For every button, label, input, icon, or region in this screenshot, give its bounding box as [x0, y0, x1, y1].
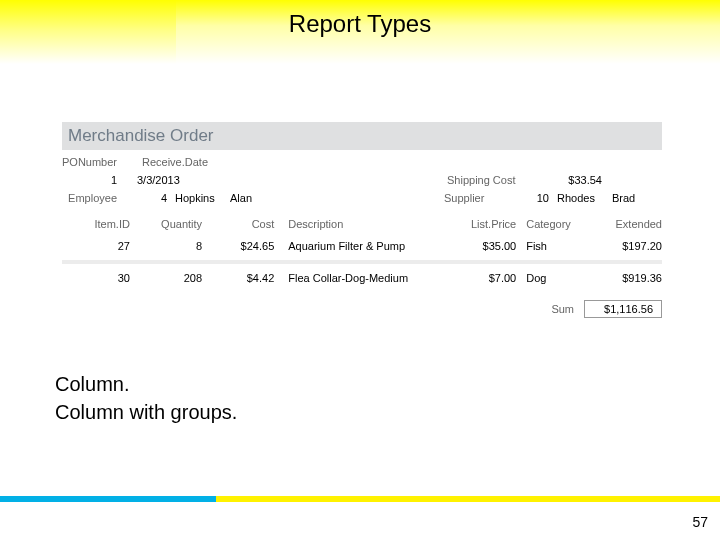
value-supplier-id: 10 [499, 192, 549, 204]
cell-ext: $919.36 [594, 272, 662, 284]
cell-cost: $4.42 [216, 272, 288, 284]
cell-item: 30 [62, 272, 144, 284]
col-desc: Description [288, 218, 443, 230]
bullet-area: Column. Column with groups. [55, 370, 237, 426]
label-shipping-cost: Shipping Cost [447, 174, 532, 186]
cell-item: 27 [62, 240, 144, 252]
col-cost: Cost [216, 218, 288, 230]
cell-cost: $24.65 [216, 240, 288, 252]
cell-desc: Aquarium Filter & Pump [288, 240, 443, 252]
col-item: Item.ID [62, 218, 144, 230]
col-list: List.Price [443, 218, 526, 230]
col-qty: Quantity [144, 218, 216, 230]
table-headers: Item.ID Quantity Cost Description List.P… [62, 210, 662, 234]
footer-accent-bar [0, 496, 720, 502]
report-example: Merchandise Order PONumber Receive.Date … [62, 122, 662, 318]
col-ext: Extended [594, 218, 662, 230]
cell-qty: 8 [144, 240, 216, 252]
cell-ext: $197.20 [594, 240, 662, 252]
cell-list: $7.00 [443, 272, 526, 284]
bullet-line: Column with groups. [55, 398, 237, 426]
value-shipping-cost: $33.54 [532, 174, 602, 186]
value-receive-date: 3/3/2013 [137, 174, 222, 186]
sum-value: $1,116.56 [584, 300, 662, 318]
table-row: 27 8 $24.65 Aquarium Filter & Pump $35.0… [62, 234, 662, 258]
cell-qty: 208 [144, 272, 216, 284]
cell-list: $35.00 [443, 240, 526, 252]
value-ponumber: 1 [62, 174, 117, 186]
label-receive-date: Receive.Date [142, 156, 227, 168]
bullet-line: Column. [55, 370, 237, 398]
value-supplier-last: Rhodes [557, 192, 612, 204]
cell-cat: Fish [526, 240, 594, 252]
value-employee-last: Hopkins [175, 192, 230, 204]
page-title: Report Types [0, 10, 720, 38]
value-supplier-first: Brad [612, 192, 662, 204]
value-employee-id: 4 [117, 192, 167, 204]
header-labels-1: PONumber Receive.Date [62, 156, 662, 168]
label-supplier: Supplier [444, 192, 499, 204]
page-number: 57 [692, 514, 708, 530]
label-employee: Employee [62, 192, 117, 204]
cell-cat: Dog [526, 272, 594, 284]
header-values-2: Employee 4 Hopkins Alan Supplier 10 Rhod… [62, 192, 662, 204]
slide: Report Types Merchandise Order PONumber … [0, 0, 720, 540]
value-employee-first: Alan [230, 192, 290, 204]
col-cat: Category [526, 218, 594, 230]
sum-label: Sum [551, 303, 574, 315]
report-heading: Merchandise Order [62, 122, 662, 150]
sum-row: Sum $1,116.56 [62, 300, 662, 318]
label-ponumber: PONumber [62, 156, 122, 168]
header-values-1: 1 3/3/2013 Shipping Cost $33.54 [62, 174, 662, 186]
cell-desc: Flea Collar-Dog-Medium [288, 272, 443, 284]
row-divider [62, 260, 662, 264]
table-row: 30 208 $4.42 Flea Collar-Dog-Medium $7.0… [62, 266, 662, 290]
